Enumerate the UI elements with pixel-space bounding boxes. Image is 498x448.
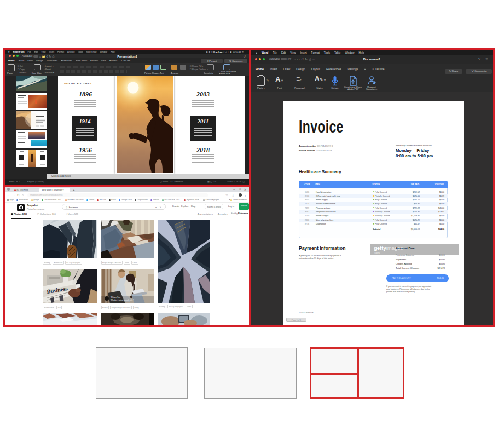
svg-text:Who Am I going to work with ?: Who Am I going to work with ?	[111, 299, 134, 301]
svg-text:Wilson Yun: Wilson Yun	[111, 296, 120, 298]
